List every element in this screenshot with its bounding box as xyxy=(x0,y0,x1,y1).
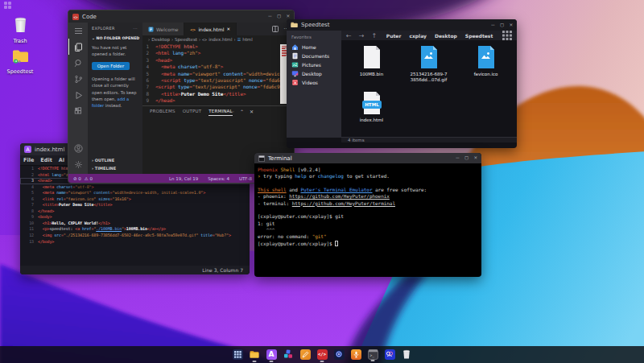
line-number: 7 xyxy=(142,84,155,90)
line-number: 4 xyxy=(142,64,155,70)
file-name: 25134216-689-7 3856dd...07d.gif xyxy=(411,72,448,83)
search-icon xyxy=(74,59,83,68)
taskbar-app-launcher-icon[interactable] xyxy=(233,349,243,360)
activity-account-icon[interactable] xyxy=(68,140,88,156)
vscode-activity-bar xyxy=(68,23,88,174)
panel-tab-output[interactable]: OUTPUT xyxy=(183,109,202,116)
close-icon[interactable]: ✕ xyxy=(287,14,290,19)
tab-welcome[interactable]: Welcome xyxy=(142,23,184,35)
breadcrumb-item[interactable]: html xyxy=(242,37,253,42)
up-icon[interactable]: ↑ xyxy=(371,32,377,39)
status-encoding[interactable]: UTF-8 xyxy=(239,176,252,181)
sidebar-item-label: Videos xyxy=(302,80,318,85)
vscode-titlebar[interactable]: <> Code – ▢ ✕ xyxy=(68,10,294,23)
activity-settings-gear-icon[interactable] xyxy=(68,156,88,172)
desktop-icon-trash[interactable]: Trash xyxy=(2,16,38,44)
desktop-icon-speedtest[interactable]: Speedtest xyxy=(2,49,38,75)
activity-source-control-icon[interactable] xyxy=(68,71,88,87)
close-icon[interactable]: ✕ xyxy=(474,155,477,161)
sidebar-item-home[interactable]: Home xyxy=(291,43,341,52)
file-manager-titlebar[interactable]: Speedtest – ▢ ✕ xyxy=(287,19,517,31)
problems-count[interactable]: ⊘ 0 xyxy=(73,176,81,181)
outline-section[interactable]: › OUTLINE xyxy=(92,156,116,164)
sidebar-item-videos[interactable]: Videos xyxy=(291,78,341,87)
taskbar-code-app-icon[interactable]: </> xyxy=(317,349,328,360)
breadcrumb-item-puter[interactable]: Puter xyxy=(386,33,402,39)
editor-code-line: 9<body> xyxy=(20,214,250,221)
split-editor-icon[interactable] xyxy=(272,26,279,32)
minimize-icon[interactable]: – xyxy=(268,14,271,19)
minimize-icon[interactable]: – xyxy=(456,155,459,161)
terminal-window-title: Terminal xyxy=(268,155,292,162)
menu-item-edit[interactable]: Edit xyxy=(40,157,52,163)
file-item[interactable]: 25134216-689-7 3856dd...07d.gif xyxy=(400,45,457,91)
tab-index-html[interactable]: <>index.html✕ xyxy=(184,23,237,35)
panel-more-icon[interactable]: ··· xyxy=(229,109,234,114)
taskbar-recorder-app-icon[interactable] xyxy=(351,349,361,360)
activity-extensions-icon[interactable] xyxy=(68,103,88,119)
breadcrumb-item-desktop[interactable]: Desktop xyxy=(435,33,457,39)
activity-search-icon[interactable] xyxy=(68,55,88,71)
file-item[interactable]: favicon.ico xyxy=(457,45,514,91)
menu-item-file[interactable]: File xyxy=(23,157,34,163)
back-icon[interactable]: ← xyxy=(346,32,352,39)
minimize-icon[interactable]: – xyxy=(491,23,494,28)
grid-glyph xyxy=(234,351,242,358)
activity-explorer-icon[interactable] xyxy=(68,39,88,55)
code-text: <img src="./25134216-689-73856dd7-6502-4… xyxy=(38,233,231,239)
tab-close-icon[interactable]: ✕ xyxy=(226,27,230,31)
open-folder-button[interactable]: Open Folder xyxy=(92,62,130,70)
panel-tab-problems[interactable]: PROBLEMS xyxy=(150,109,175,116)
taskbar-terminal-app-icon[interactable]: >_ xyxy=(368,349,378,360)
line-number: 12 xyxy=(20,233,38,239)
breadcrumb-item[interactable]: Desktop xyxy=(151,37,170,42)
cubes-glyph xyxy=(283,349,293,359)
breadcrumb-item[interactable]: Speedtest xyxy=(175,37,197,42)
terminal-titlebar[interactable]: Terminal – ▢ ✕ xyxy=(254,153,481,163)
maximize-icon[interactable]: ▢ xyxy=(278,14,281,19)
taskbar-editor-a-app-icon[interactable]: A xyxy=(266,349,277,360)
forward-icon[interactable]: → xyxy=(359,32,365,39)
vscode-code-area[interactable]: 1<!DOCTYPE html>2<html lang="zh">3<head>… xyxy=(142,43,294,105)
terminal-line: - terminal: https://github.com/HeyPuter/… xyxy=(258,200,478,207)
taskbar-browser-app-icon[interactable] xyxy=(334,349,345,360)
vscode-panel-actions: ··· ⌃ ✕ xyxy=(229,109,254,114)
terminal-app-small-icon xyxy=(258,155,265,162)
taskbar-dev-cubes-app-icon[interactable] xyxy=(283,349,294,360)
panel-close-icon[interactable]: ✕ xyxy=(250,109,254,114)
activity-run-debug-icon[interactable] xyxy=(68,87,88,103)
sidebar-item-documents[interactable]: Documents xyxy=(291,52,341,60)
file-item[interactable]: HTMLindex.html xyxy=(343,91,400,137)
warnings-count[interactable]: ⚠ 0 xyxy=(85,176,93,181)
menu-item-ai[interactable]: AI xyxy=(59,157,64,163)
vscode-breadcrumb[interactable]: ›Desktop›Speedtest›<>index.html›☰html xyxy=(142,35,294,43)
panel-collapse-icon[interactable]: ⌃ xyxy=(240,109,244,114)
breadcrumb-item-speedtest[interactable]: Speedtest xyxy=(465,33,493,39)
sidebar-item-pictures[interactable]: Pictures xyxy=(291,60,341,69)
maximize-icon[interactable]: ▢ xyxy=(465,155,469,161)
svg-text:>_: >_ xyxy=(369,353,374,358)
taskbar-files-app-icon[interactable] xyxy=(250,349,260,360)
line-number: 7 xyxy=(20,202,38,208)
status-spaces[interactable]: Spaces: 4 xyxy=(208,176,229,181)
activity-menu-icon[interactable] xyxy=(68,23,88,39)
explorer-more-icon[interactable]: ··· xyxy=(133,26,138,31)
sidebar-item-desktop[interactable]: Desktop xyxy=(291,69,341,78)
vscode-code-line: 7<script type="text/javascript" nonce="f… xyxy=(142,84,294,90)
taskbar-puter-app-icon[interactable] xyxy=(385,349,395,360)
sidebar-item-label: Pictures xyxy=(302,62,321,68)
timeline-section[interactable]: › TIMELINE xyxy=(92,164,116,172)
close-icon[interactable]: ✕ xyxy=(510,23,513,28)
code-text: <p>speedtest: <a href="./100MB.bin">100M… xyxy=(38,226,166,233)
breadcrumb-item[interactable]: index.html xyxy=(208,37,232,42)
maximize-icon[interactable]: ▢ xyxy=(501,23,504,28)
terminal-output[interactable]: Phoenix Shell [v0.2.4]⚡ try typing help … xyxy=(254,163,481,247)
breadcrumb-item-cxplay[interactable]: cxplay xyxy=(409,33,427,39)
grid-view-icon[interactable] xyxy=(502,31,512,40)
status-line-col[interactable]: Ln 19, Col 19 xyxy=(169,176,198,181)
taskbar-draw-app-icon[interactable] xyxy=(300,349,311,360)
file-item[interactable]: 100MB.bin xyxy=(343,45,400,91)
line-number: 13 xyxy=(20,239,38,245)
explorer-section-header[interactable]: ⌄ NO FOLDER OPENED xyxy=(92,36,142,40)
taskbar-taskbar-trash-icon[interactable] xyxy=(402,349,412,360)
